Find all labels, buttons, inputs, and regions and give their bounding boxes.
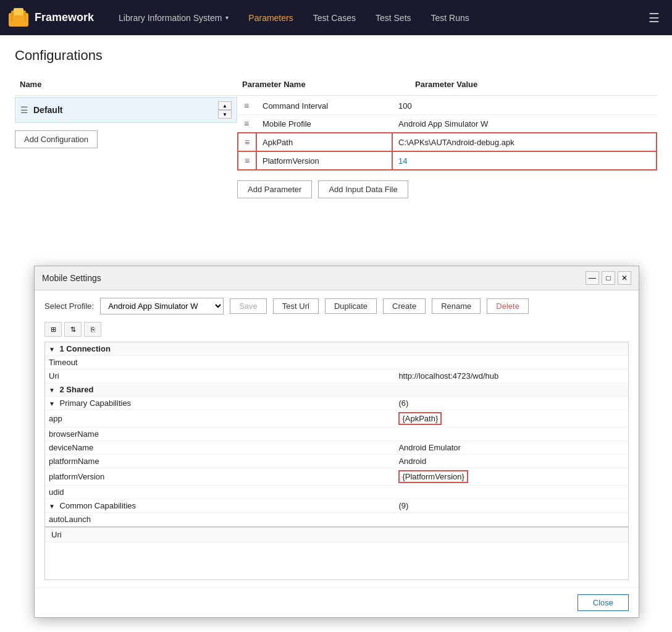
nav-test-sets-label: Test Sets <box>376 13 411 23</box>
params-actions: Add Parameter Add Input Data File <box>237 180 657 198</box>
add-input-data-file-button[interactable]: Add Input Data File <box>318 180 408 198</box>
scroll-up-btn[interactable]: ▲ <box>218 101 232 110</box>
param-row-1: ≡Mobile ProfileAndroid App Simulator W <box>238 115 657 133</box>
page-title: Configurations <box>15 48 657 64</box>
scroll-down-btn[interactable]: ▼ <box>218 110 232 119</box>
config-default-row[interactable]: ☰ Default ▲ ▼ <box>15 97 237 123</box>
brand-label: Framework <box>35 11 94 24</box>
add-configuration-button[interactable]: Add Configuration <box>15 130 98 148</box>
param-drag-1: ≡ <box>238 115 256 133</box>
nav-test-sets[interactable]: Test Sets <box>366 0 421 35</box>
drag-handle-icon: ☰ <box>20 105 28 115</box>
navbar: Framework Library Information System ▾ P… <box>0 0 672 35</box>
config-name: Default <box>33 105 218 115</box>
param-row-0: ≡Command Interval100 <box>238 97 657 115</box>
brand-icon <box>7 7 30 29</box>
col-name-header: Name <box>15 76 237 95</box>
nav-parameters[interactable]: Parameters <box>238 0 303 35</box>
param-value-0: 100 <box>392 97 657 115</box>
col-param-name-header: Parameter Name <box>237 76 410 95</box>
nav-test-cases-label: Test Cases <box>313 13 356 23</box>
project-chevron: ▾ <box>225 14 229 21</box>
nav-test-runs-label: Test Runs <box>431 13 469 23</box>
configs-section: ☰ Default ▲ ▼ Add Configuration ≡Command… <box>15 97 657 198</box>
configs-left: ☰ Default ▲ ▼ Add Configuration <box>15 97 237 198</box>
configs-right: ≡Command Interval100≡Mobile ProfileAndro… <box>237 97 657 198</box>
nav-test-runs[interactable]: Test Runs <box>421 0 479 35</box>
param-name-1: Mobile Profile <box>256 115 392 133</box>
main-content: Configurations Name Parameter Name Param… <box>0 35 672 211</box>
col-param-value-header: Parameter Value <box>410 76 657 95</box>
hamburger-menu[interactable]: ☰ <box>644 11 665 25</box>
column-headers: Name Parameter Name Parameter Value <box>15 76 657 96</box>
param-row-2: ≡ApkPathC:\APKs\AUTAndroid-debug.apk <box>238 133 657 151</box>
param-row-3: ≡PlatformVersion14 <box>238 151 657 170</box>
svg-rect-3 <box>12 15 25 24</box>
add-parameter-button[interactable]: Add Parameter <box>237 180 312 198</box>
project-label: Library Information System <box>119 13 222 23</box>
param-value-3: 14 <box>392 151 657 170</box>
param-name-2: ApkPath <box>256 133 392 151</box>
param-drag-0: ≡ <box>238 97 256 115</box>
params-table: ≡Command Interval100≡Mobile ProfileAndro… <box>237 97 657 171</box>
param-drag-2: ≡ <box>238 133 256 151</box>
param-value-2: C:\APKs\AUTAndroid-debug.apk <box>392 133 657 151</box>
param-name-3: PlatformVersion <box>256 151 392 170</box>
param-name-0: Command Interval <box>256 97 392 115</box>
param-value-1: Android App Simulator W <box>392 115 657 133</box>
brand: Framework <box>7 7 94 29</box>
nav-test-cases[interactable]: Test Cases <box>303 0 366 35</box>
nav-project[interactable]: Library Information System ▾ <box>109 0 238 35</box>
nav-parameters-label: Parameters <box>248 13 293 23</box>
scroll-buttons: ▲ ▼ <box>218 101 232 119</box>
param-drag-3: ≡ <box>238 151 256 170</box>
